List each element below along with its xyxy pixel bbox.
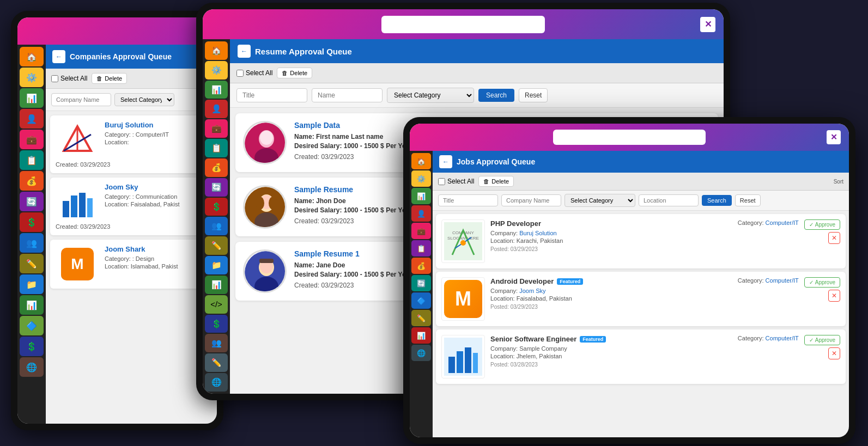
sidebar1-item-refresh[interactable]: 🔄 [20, 192, 44, 211]
back-button3[interactable]: ← [439, 155, 452, 168]
select-all-label3[interactable]: Select All [438, 178, 474, 185]
sidebar3-item-money[interactable]: 💰 [411, 258, 431, 274]
sidebar3-item-refresh[interactable]: 🔄 [411, 275, 431, 291]
jobs-list: COMPANY SLOGAN HERE PHP Developer [433, 211, 849, 437]
sidebar2-item-code[interactable]: </> [205, 295, 228, 314]
company-card-joomshark: M Joom Shark Category: : Design Location… [50, 240, 213, 289]
sidebar2-item-chart[interactable]: 📊 [205, 276, 228, 294]
buruj-created: Created: 03/29/2023 [56, 159, 207, 168]
approve-btn-0[interactable]: ✓ Approve [804, 219, 840, 230]
category-select2[interactable]: Select Category [387, 88, 474, 103]
sidebar2-item-stats[interactable]: 📊 [205, 81, 228, 99]
back-button2[interactable]: ← [238, 45, 251, 58]
sidebar3-item-user[interactable]: 👤 [411, 205, 431, 222]
delete-btn2[interactable]: 🗑 Delete [277, 68, 312, 78]
category-select3[interactable]: Select Category [564, 194, 635, 207]
sidebar1-item-dollar[interactable]: 💲 [20, 212, 44, 232]
reset-btn3[interactable]: Reset [735, 194, 761, 206]
sidebar2-item-home[interactable]: 🏠 [205, 41, 228, 60]
sidebar2-item-edit2[interactable]: ✏️ [205, 353, 228, 372]
sidebar1-item-globe[interactable]: 🌐 [20, 357, 44, 377]
company-name-input[interactable] [51, 93, 111, 106]
sidebar1-item-money[interactable]: 💰 [20, 171, 44, 191]
select-all-checkbox1[interactable] [51, 75, 58, 82]
job-category-0: Category: Computer/IT [738, 219, 799, 226]
reject-btn-0[interactable]: ✕ [828, 232, 840, 244]
search-btn3[interactable]: Search [702, 195, 732, 206]
sidebar1-item-stats[interactable]: 📊 [20, 88, 44, 108]
sidebar1-item-settings[interactable]: ⚙️ [20, 68, 44, 87]
select-all-checkbox2[interactable] [236, 70, 244, 77]
job-logo-0: COMPANY SLOGAN HERE [441, 219, 485, 263]
back-button1[interactable]: ← [52, 50, 65, 63]
sidebar3-item-stats[interactable]: 📊 [411, 188, 431, 204]
sidebar1-item-dollar2[interactable]: 💲 [20, 337, 44, 356]
reject-btn-2[interactable]: ✕ [828, 347, 840, 359]
sidebar2-item-user[interactable]: 👤 [205, 100, 228, 118]
sidebar2-item-docs[interactable]: 📋 [205, 139, 228, 157]
company-card-joomsky: Joom Sky Category: : Communication Locat… [50, 178, 213, 235]
tablet3-search-bar[interactable] [553, 130, 706, 145]
jobs-queue-title: Jobs Approval Queue [457, 157, 535, 166]
sidebar3-item-jobs[interactable]: 💼 [411, 223, 431, 239]
buruj-location: Location: [105, 139, 207, 145]
sidebar2-item-folder[interactable]: 📁 [205, 256, 228, 274]
select-all-checkbox3[interactable] [438, 178, 445, 185]
joomshark-info: Joom Shark Category: : Design Location: … [105, 245, 207, 271]
category-select1[interactable]: Select Category [114, 93, 174, 106]
location-input3[interactable] [639, 194, 699, 206]
sidebar1-item-user[interactable]: 👤 [20, 109, 44, 129]
buruj-info: Buruj Solution Category: : Computer/IT L… [105, 121, 207, 146]
sidebar2-item-dollar[interactable]: 💲 [205, 198, 228, 216]
sidebar2-item-jobs[interactable]: 💼 [205, 119, 228, 138]
sidebar2-item-money[interactable]: 💰 [205, 158, 228, 177]
sidebar3-item-globe[interactable]: 🌐 [411, 345, 431, 361]
filter-row3: Select Category Search Reset [433, 191, 849, 211]
reset-btn2[interactable]: Reset [519, 88, 548, 102]
tablet2-close-button[interactable]: ✕ [700, 17, 715, 32]
name-input2[interactable] [312, 88, 383, 102]
title-input2[interactable] [236, 88, 307, 102]
sidebar1-item-diamond[interactable]: 🔷 [20, 316, 44, 335]
job-title-0: PHP Developer [490, 219, 728, 228]
select-all-label1[interactable]: Select All [51, 75, 87, 82]
tablet3-close-button[interactable]: ✕ [827, 130, 841, 144]
sidebar2-item-team[interactable]: 👥 [205, 217, 228, 235]
companies-queue-header: ← Companies Approval Queue [46, 45, 217, 69]
svg-rect-4 [71, 195, 77, 217]
approve-btn-1[interactable]: ✓ Approve [804, 277, 840, 288]
sidebar2-item-globe[interactable]: 🌐 [205, 373, 228, 392]
sidebar3-item-edit[interactable]: ✏️ [411, 310, 431, 326]
sidebar3-item-docs[interactable]: 📋 [411, 240, 431, 256]
sidebar3-item-home[interactable]: 🏠 [411, 153, 431, 169]
sidebar2-item-edit[interactable]: ✏️ [205, 236, 228, 255]
company-name-input3[interactable] [501, 194, 561, 206]
select-all-label2[interactable]: Select All [236, 69, 272, 77]
title-input3[interactable] [438, 194, 498, 206]
sidebar3-item-diamond[interactable]: 🔷 [411, 292, 431, 309]
search-btn2[interactable]: Search [478, 89, 514, 102]
sidebar3-item-settings[interactable]: ⚙️ [411, 170, 431, 187]
filter-row2: Select Category Search Reset [230, 83, 724, 108]
sidebar1-item-jobs[interactable]: 💼 [20, 130, 44, 149]
job-location-2: Location: Jhelem, Pakistan [490, 353, 728, 359]
tablet2-search-bar[interactable] [381, 16, 545, 33]
sidebar1-item-folder[interactable]: 📁 [20, 274, 44, 294]
sidebar1-item-home[interactable]: 🏠 [20, 47, 44, 66]
sidebar2-item-settings[interactable]: ⚙️ [205, 61, 228, 80]
job-category-2: Category: Computer/IT [738, 335, 799, 341]
delete-btn3[interactable]: 🗑 Delete [478, 176, 514, 187]
sidebar3-item-chart[interactable]: 📊 [411, 327, 431, 344]
job-location-0: Location: Karachi, Pakistan [490, 237, 728, 244]
delete-btn1[interactable]: 🗑 Delete [92, 73, 127, 84]
resume-queue-header: ← Resume Approval Queue [230, 39, 724, 63]
approve-btn-2[interactable]: ✓ Approve [804, 335, 840, 345]
sidebar2-item-refresh[interactable]: 🔄 [205, 178, 228, 197]
sidebar2-item-dollar2[interactable]: 💲 [205, 315, 228, 333]
sidebar1-item-edit[interactable]: ✏️ [20, 254, 44, 273]
sidebar1-item-team[interactable]: 👥 [20, 233, 44, 253]
sidebar1-item-chart[interactable]: 📊 [20, 295, 44, 315]
reject-btn-1[interactable]: ✕ [828, 290, 840, 302]
sidebar1-item-docs[interactable]: 📋 [20, 150, 44, 170]
sidebar2-item-team2[interactable]: 👥 [205, 334, 228, 352]
